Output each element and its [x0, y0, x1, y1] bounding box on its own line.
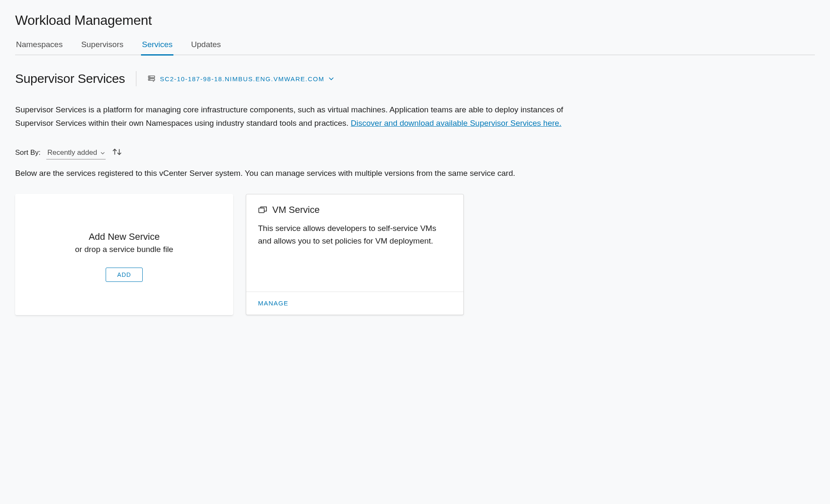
vm-service-card: VM Service This service allows developer… — [246, 194, 464, 315]
manage-button[interactable]: MANAGE — [258, 300, 288, 307]
section-header: Supervisor Services SC2-10-187-98-18.NIM… — [15, 71, 815, 86]
sort-select[interactable]: Recently added — [46, 148, 105, 159]
service-cards: Add New Service or drop a service bundle… — [15, 194, 815, 315]
tabs-bar: Namespaces Supervisors Services Updates — [15, 40, 815, 55]
server-name: SC2-10-187-98-18.NIMBUS.ENG.VMWARE.COM — [160, 75, 325, 82]
tab-updates[interactable]: Updates — [190, 40, 222, 56]
registered-services-subtext: Below are the services registered to thi… — [15, 169, 815, 178]
add-button[interactable]: ADD — [106, 268, 142, 282]
section-description: Supervisor Services is a platform for ma… — [15, 103, 588, 130]
divider — [136, 71, 136, 86]
svg-rect-4 — [259, 208, 264, 212]
vm-icon — [258, 205, 267, 215]
server-selector[interactable]: SC2-10-187-98-18.NIMBUS.ENG.VMWARE.COM — [147, 74, 334, 83]
add-service-card[interactable]: Add New Service or drop a service bundle… — [15, 194, 233, 315]
service-card-body: VM Service This service allows developer… — [246, 194, 463, 292]
service-title: VM Service — [272, 204, 319, 215]
tab-supervisors[interactable]: Supervisors — [80, 40, 124, 56]
service-card-footer: MANAGE — [246, 292, 463, 315]
svg-point-3 — [149, 80, 150, 80]
sort-label: Sort By: — [15, 149, 40, 157]
tab-services[interactable]: Services — [141, 40, 173, 56]
svg-point-2 — [149, 77, 150, 77]
sort-row: Sort By: Recently added — [15, 147, 815, 159]
sort-direction-toggle[interactable] — [112, 147, 122, 159]
server-icon — [147, 74, 156, 83]
discover-link[interactable]: Discover and download available Supervis… — [351, 119, 561, 127]
page-title: Workload Management — [15, 13, 815, 28]
service-card-header: VM Service — [258, 204, 452, 215]
add-card-title: Add New Service — [89, 231, 160, 242]
chevron-down-icon — [329, 76, 334, 82]
service-description: This service allows developers to self-s… — [258, 222, 452, 248]
section-title: Supervisor Services — [15, 72, 125, 86]
tab-namespaces[interactable]: Namespaces — [15, 40, 64, 56]
add-card-subtitle: or drop a service bundle file — [75, 245, 173, 254]
